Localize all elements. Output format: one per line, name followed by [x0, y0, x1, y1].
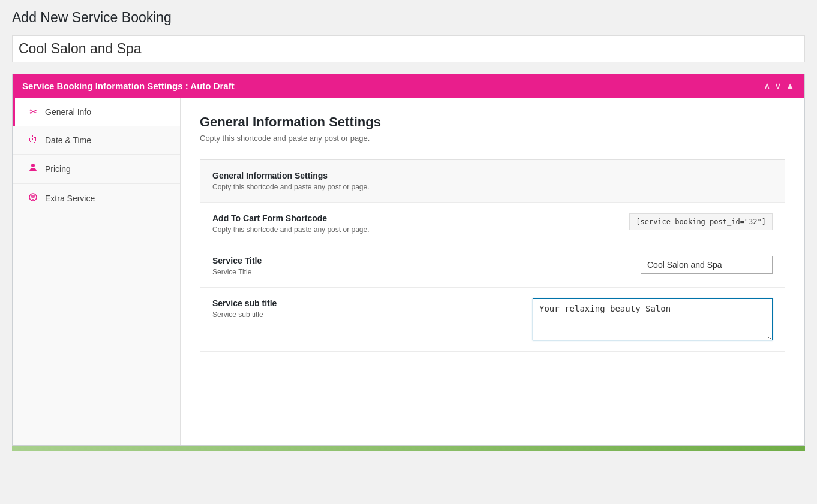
settings-section: General Information Settings Copty this …: [200, 159, 785, 352]
settings-label-desc-shortcode: Copty this shortcode and paste any post …: [212, 225, 370, 234]
content-area-title: General Information Settings: [200, 114, 785, 130]
settings-label-desc-service-title: Service Title: [212, 268, 368, 276]
sidebar-item-label-date-time: Date & Time: [45, 135, 91, 145]
settings-row-service-title: Service Title Service Title: [200, 245, 785, 288]
bottom-bar: [12, 446, 805, 451]
sidebar-item-extra-service[interactable]: Extra Service: [13, 184, 180, 213]
settings-label-shortcode: Add To Cart Form Shortcode Copty this sh…: [212, 213, 370, 234]
metabox-header-title: Service Booking Information Settings : A…: [22, 81, 235, 91]
content-area-subtitle: Copty this shortcode and paste any post …: [200, 134, 785, 143]
settings-value-service-subtitle: Your relaxing beauty Salon: [368, 298, 773, 340]
content-area: General Information Settings Copty this …: [181, 98, 804, 445]
settings-label-service-title: Service Title Service Title: [212, 256, 368, 276]
sidebar-item-pricing[interactable]: Pricing: [13, 155, 180, 184]
settings-label-desc-service-subtitle: Service sub title: [212, 310, 368, 319]
person-icon: [27, 163, 39, 175]
collapse-up-icon[interactable]: ∧: [764, 80, 771, 92]
collapse-down-icon[interactable]: ∨: [774, 80, 782, 92]
settings-label-desc-general-info: Copty this shortcode and paste any post …: [212, 183, 370, 191]
sidebar-item-general-info[interactable]: ✂ General Info: [13, 98, 180, 126]
filter-icon: [27, 192, 39, 204]
collapse-arrow-icon[interactable]: ▲: [785, 81, 795, 92]
settings-label-title-service-title: Service Title: [212, 256, 368, 265]
metabox: Service Booking Information Settings : A…: [12, 74, 805, 446]
settings-row-service-subtitle: Service sub title Service sub title Your…: [200, 288, 785, 352]
settings-row-general-info: General Information Settings Copty this …: [200, 160, 785, 203]
settings-value-shortcode: [service-booking post_id="32"]: [370, 213, 773, 230]
scissors-icon: ✂: [27, 106, 39, 117]
settings-row-shortcode: Add To Cart Form Shortcode Copty this sh…: [200, 203, 785, 245]
metabox-controls: ∧ ∨ ▲: [764, 80, 795, 92]
service-title-field[interactable]: [641, 256, 773, 274]
shortcode-display[interactable]: [service-booking post_id="32"]: [629, 213, 773, 230]
service-subtitle-field[interactable]: Your relaxing beauty Salon: [533, 298, 773, 340]
settings-label-title-general-info: General Information Settings: [212, 171, 370, 180]
settings-label-title-service-subtitle: Service sub title: [212, 298, 368, 308]
settings-label-general-info: General Information Settings Copty this …: [212, 171, 370, 191]
metabox-body: ✂ General Info ⏱ Date & Time Pricing: [13, 98, 804, 445]
settings-label-service-subtitle: Service sub title Service sub title: [212, 298, 368, 319]
page-wrapper: Add New Service Booking Service Booking …: [0, 0, 817, 460]
svg-point-0: [31, 164, 35, 167]
page-title: Add New Service Booking: [12, 10, 805, 26]
sidebar-item-label-extra-service: Extra Service: [45, 194, 95, 203]
sidebar-nav: ✂ General Info ⏱ Date & Time Pricing: [13, 98, 181, 445]
sidebar-item-label-general-info: General Info: [45, 107, 91, 117]
clock-icon: ⏱: [27, 135, 39, 146]
settings-value-service-title: [368, 256, 773, 274]
metabox-header: Service Booking Information Settings : A…: [13, 74, 804, 98]
sidebar-item-label-pricing: Pricing: [45, 164, 71, 174]
settings-label-title-shortcode: Add To Cart Form Shortcode: [212, 213, 370, 223]
sidebar-item-date-time[interactable]: ⏱ Date & Time: [13, 126, 180, 155]
service-title-input[interactable]: [12, 35, 805, 62]
